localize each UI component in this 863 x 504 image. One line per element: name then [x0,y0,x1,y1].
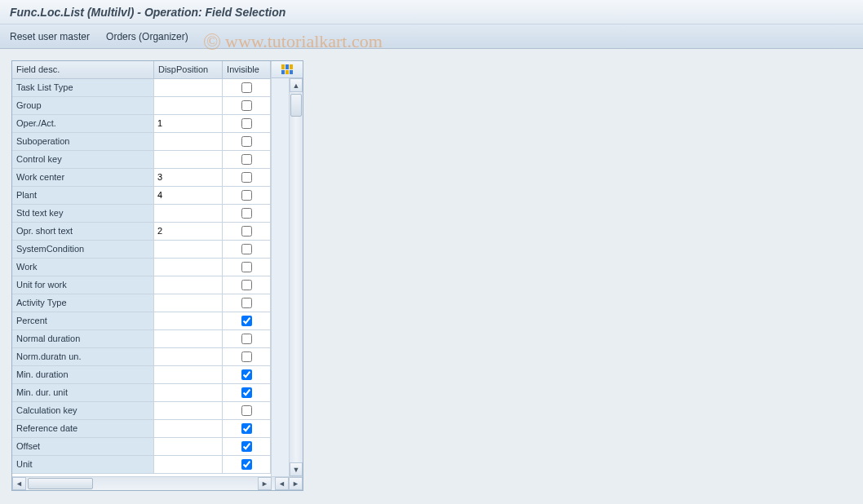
disp-position-input[interactable] [154,151,222,168]
scroll-right-button-2[interactable]: ► [289,477,303,490]
invisible-checkbox[interactable] [241,369,252,380]
hscroll-track[interactable] [26,477,258,490]
invisible-cell [223,347,271,365]
field-desc-cell: Work center [12,168,153,186]
invisible-cell [223,401,271,419]
table-row: Opr. short text [12,222,271,240]
invisible-cell [223,383,271,401]
disp-position-input[interactable] [154,187,222,204]
scroll-left-button-2[interactable]: ◄ [275,477,289,490]
disp-position-cell [153,204,222,222]
disp-position-input[interactable] [154,115,222,132]
orders-organizer-button[interactable]: Orders (Organizer) [106,31,188,42]
disp-position-input[interactable] [154,276,222,294]
field-desc-cell: Oper./Act. [12,114,153,132]
col-disp-position[interactable]: DispPosition [153,61,222,78]
table-row: Calculation key [12,401,271,419]
reset-user-master-button[interactable]: Reset user master [10,31,90,42]
invisible-cell [223,186,271,204]
disp-position-input[interactable] [154,259,222,276]
disp-position-input[interactable] [154,312,222,329]
invisible-checkbox[interactable] [241,172,252,183]
disp-position-input[interactable] [154,420,222,437]
col-field-desc[interactable]: Field desc. [12,61,153,78]
invisible-cell [223,150,271,168]
invisible-checkbox[interactable] [241,82,252,93]
invisible-cell [223,222,271,240]
invisible-checkbox[interactable] [241,118,252,129]
disp-position-input[interactable] [154,294,222,312]
horizontal-scrollbar-row: ◄ ► ◄ ► [12,476,303,490]
invisible-cell [223,419,271,437]
field-desc-cell: Min. duration [12,365,153,383]
invisible-checkbox[interactable] [241,387,252,398]
invisible-checkbox[interactable] [241,334,252,344]
vertical-scrollbar[interactable]: ▲ ▼ [289,78,303,476]
col-invisible[interactable]: Invisible [223,61,271,78]
disp-position-cell [153,419,222,437]
disp-position-input[interactable] [154,169,222,186]
disp-position-input[interactable] [154,438,222,455]
disp-position-cell [153,401,222,419]
disp-position-input[interactable] [154,366,222,383]
disp-position-input[interactable] [154,384,222,401]
scroll-left-button[interactable]: ◄ [12,477,26,490]
disp-position-input[interactable] [154,205,222,222]
invisible-checkbox[interactable] [241,298,252,308]
vertical-strip: ▲ ▼ [272,61,303,476]
invisible-checkbox[interactable] [241,154,252,165]
invisible-checkbox[interactable] [241,226,252,237]
invisible-checkbox[interactable] [241,280,252,290]
invisible-checkbox[interactable] [241,423,252,434]
invisible-checkbox[interactable] [241,351,252,362]
invisible-checkbox[interactable] [241,208,252,219]
disp-position-cell [153,312,222,329]
invisible-cell [223,365,271,383]
disp-position-input[interactable] [154,97,222,114]
hscroll-thumb[interactable] [28,478,93,489]
field-desc-cell: Activity Type [12,294,153,312]
invisible-checkbox[interactable] [241,136,252,147]
invisible-checkbox[interactable] [241,262,252,272]
disp-position-input[interactable] [154,133,222,150]
disp-position-cell [153,186,222,204]
field-desc-cell: Percent [12,312,153,329]
scroll-thumb[interactable] [290,94,302,117]
scroll-track[interactable] [290,92,303,462]
scroll-right-button[interactable]: ► [258,477,272,490]
scroll-up-button[interactable]: ▲ [290,78,303,92]
disp-position-cell [153,168,222,186]
table-row: Offset [12,437,271,455]
table-settings-button[interactable] [272,61,303,78]
field-desc-cell: Norm.duratn un. [12,347,153,365]
invisible-checkbox[interactable] [241,316,252,326]
disp-position-cell [153,132,222,150]
field-desc-cell: Offset [12,437,153,455]
disp-position-input[interactable] [154,348,222,365]
disp-position-cell [153,96,222,114]
invisible-checkbox[interactable] [241,190,252,201]
disp-position-cell [153,276,222,294]
invisible-checkbox[interactable] [241,100,252,111]
invisible-checkbox[interactable] [241,244,252,254]
field-desc-cell: Std text key [12,204,153,222]
disp-position-input[interactable] [154,330,222,347]
page-title: Func.Loc.List (Multilvl) - Operation: Fi… [10,6,285,19]
disp-position-input[interactable] [154,79,222,96]
invisible-checkbox[interactable] [241,405,252,416]
disp-position-input[interactable] [154,456,222,473]
field-desc-cell: Control key [12,150,153,168]
table-row: SystemCondition [12,240,271,258]
disp-position-cell [153,222,222,240]
invisible-cell [223,312,271,329]
invisible-cell [223,114,271,132]
scroll-down-button[interactable]: ▼ [290,462,303,476]
disp-position-cell [153,383,222,401]
disp-position-input[interactable] [154,241,222,258]
invisible-checkbox[interactable] [241,459,252,470]
invisible-checkbox[interactable] [241,441,252,452]
disp-position-input[interactable] [154,402,222,419]
disp-position-input[interactable] [154,223,222,240]
disp-position-cell [153,437,222,455]
table-row: Control key [12,150,271,168]
